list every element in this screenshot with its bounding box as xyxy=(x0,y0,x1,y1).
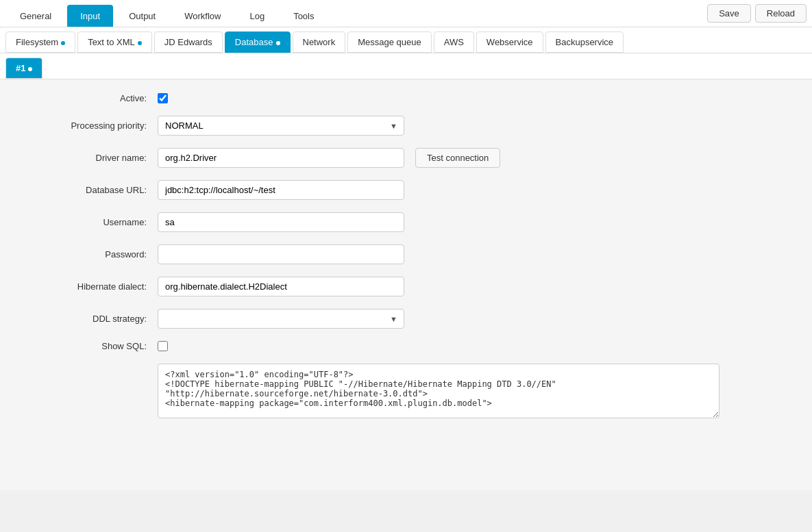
tab-log[interactable]: Log xyxy=(236,5,278,27)
password-label: Password: xyxy=(21,249,158,259)
instance-tab-1[interactable]: #1 xyxy=(5,58,42,79)
show-sql-checkbox[interactable] xyxy=(158,341,168,351)
instance-1-dot xyxy=(28,67,32,71)
database-url-input[interactable] xyxy=(158,180,404,200)
database-dot xyxy=(276,41,280,45)
xml-row: <?xml version="1.0" encoding="UTF-8"?> <… xyxy=(21,364,791,418)
sub-tab-texttoxml[interactable]: Text to XML xyxy=(77,31,152,53)
sub-tab-database[interactable]: Database xyxy=(225,31,291,53)
main-content: Active: Processing priority: NORMAL HIGH… xyxy=(0,79,812,490)
driver-name-input[interactable] xyxy=(158,148,404,168)
username-label: Username: xyxy=(21,217,158,227)
processing-priority-select[interactable]: NORMAL HIGH LOW xyxy=(158,116,404,136)
show-sql-row: Show SQL: xyxy=(21,341,791,351)
active-checkbox[interactable] xyxy=(158,93,168,103)
sub-tab-webservice[interactable]: Webservice xyxy=(476,31,543,53)
save-button[interactable]: Save xyxy=(707,4,751,23)
hibernate-dialect-input[interactable] xyxy=(158,277,404,296)
hibernate-dialect-label: Hibernate dialect: xyxy=(21,281,158,292)
active-row: Active: xyxy=(21,93,791,103)
processing-priority-row: Processing priority: NORMAL HIGH LOW ▼ xyxy=(21,116,791,136)
password-row: Password: xyxy=(21,244,791,264)
filesystem-dot xyxy=(61,41,65,45)
database-url-row: Database URL: xyxy=(21,180,791,200)
top-nav-tabs: General Input Output Workflow Log Tools xyxy=(5,1,328,27)
ddl-strategy-select[interactable]: create update validate none xyxy=(158,309,404,329)
show-sql-label: Show SQL: xyxy=(21,341,158,351)
sub-tabs: Filesystem Text to XML JD Edwards Databa… xyxy=(0,27,812,53)
test-connection-button[interactable]: Test connection xyxy=(415,148,500,168)
tab-workflow[interactable]: Workflow xyxy=(171,5,234,27)
processing-priority-label: Processing priority: xyxy=(21,121,158,131)
sub-tab-filesystem[interactable]: Filesystem xyxy=(5,31,75,53)
tab-output[interactable]: Output xyxy=(116,5,169,27)
sub-tab-aws[interactable]: AWS xyxy=(434,31,474,53)
sub-tab-messagequeue[interactable]: Message queue xyxy=(347,31,432,53)
username-row: Username: xyxy=(21,212,791,232)
sub-tab-jdedwards[interactable]: JD Edwards xyxy=(154,31,223,53)
password-input[interactable] xyxy=(158,244,404,264)
driver-name-label: Driver name: xyxy=(21,153,158,163)
instance-tabs: #1 xyxy=(0,53,812,79)
texttoxml-dot xyxy=(138,41,142,45)
hibernate-dialect-row: Hibernate dialect: xyxy=(21,277,791,296)
xml-textarea[interactable]: <?xml version="1.0" encoding="UTF-8"?> <… xyxy=(158,364,719,418)
reload-button[interactable]: Reload xyxy=(755,4,807,23)
database-form: Active: Processing priority: NORMAL HIGH… xyxy=(21,93,791,418)
ddl-strategy-row: DDL strategy: create update validate non… xyxy=(21,309,791,329)
processing-priority-select-wrap: NORMAL HIGH LOW ▼ xyxy=(158,116,404,136)
tab-general[interactable]: General xyxy=(7,5,64,27)
top-nav-actions: Save Reload xyxy=(707,0,807,27)
sub-tab-backupservice[interactable]: Backupservice xyxy=(545,31,624,53)
top-navigation: General Input Output Workflow Log Tools … xyxy=(0,0,812,27)
username-input[interactable] xyxy=(158,212,404,232)
tab-input[interactable]: Input xyxy=(67,5,113,27)
active-label: Active: xyxy=(21,93,158,103)
database-url-label: Database URL: xyxy=(21,185,158,195)
sub-tab-network[interactable]: Network xyxy=(293,31,346,53)
ddl-strategy-label: DDL strategy: xyxy=(21,314,158,324)
driver-name-row: Driver name: Test connection xyxy=(21,148,791,168)
ddl-strategy-select-wrap: create update validate none ▼ xyxy=(158,309,404,329)
tab-tools[interactable]: Tools xyxy=(280,5,327,27)
